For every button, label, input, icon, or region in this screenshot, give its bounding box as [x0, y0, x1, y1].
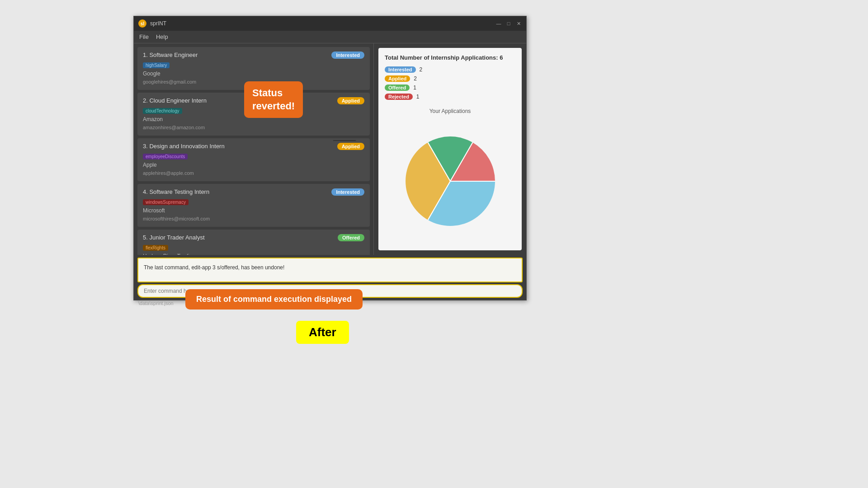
status-badge-2: Applied	[337, 97, 364, 104]
job-header-4: 4. Software Testing Intern Interested	[143, 188, 364, 196]
main-content: 1. Software Engineer Interested highSala…	[134, 43, 526, 255]
stats-card: Total Number of Internship Applications:…	[378, 48, 522, 250]
menu-bar: File Help	[134, 31, 526, 43]
status-badge-4: Interested	[331, 188, 364, 196]
job-tag-1: highSalary	[143, 62, 170, 68]
job-title-4: 4. Software Testing Intern	[143, 188, 209, 195]
job-tag-3: employeeDiscounts	[143, 154, 188, 160]
chart-title: Your Applications	[385, 108, 515, 114]
status-reverted-tooltip: Statusreverted!	[244, 81, 303, 118]
tooltip-arrow-line	[333, 140, 356, 141]
status-badge-1: Interested	[331, 52, 364, 59]
job-card-5[interactable]: 5. Junior Trader Analyst Offered flexRig…	[137, 230, 370, 255]
status-badge-5: Offered	[338, 234, 364, 241]
status-badge-3: Applied	[337, 143, 364, 150]
desktop: sI sprINT — □ ✕ File Help 1. Software En…	[0, 0, 868, 488]
title-bar-left: sI sprINT	[138, 19, 166, 28]
legend-count-applied: 2	[414, 75, 417, 82]
job-tag-2: cloudTechnology	[143, 108, 182, 114]
maximize-button[interactable]: □	[505, 20, 512, 27]
job-title-3: 3. Design and Innovation Intern	[143, 143, 225, 150]
job-company-4: Microsoft	[143, 207, 165, 214]
job-title-2: 2. Cloud Engineer Intern	[143, 97, 207, 104]
output-text: The last command, edit-app 3 s/offered, …	[144, 264, 284, 271]
job-tag-4: windowsSupremacy	[143, 199, 189, 205]
legend-badge-rejected: Rejected	[385, 94, 413, 100]
after-badge: After	[296, 321, 349, 344]
job-company-2: Amazon	[143, 116, 163, 122]
legend-count-interested: 2	[420, 66, 423, 73]
legend-interested: Interested 2	[385, 66, 515, 73]
result-tooltip: Result of command execution displayed	[185, 289, 363, 310]
title-bar: sI sprINT — □ ✕	[134, 16, 526, 31]
window-title: sprINT	[150, 20, 166, 27]
stats-panel: Total Number of Internship Applications:…	[373, 43, 526, 255]
job-company-3: Apple	[143, 162, 157, 168]
legend-applied: Applied 2	[385, 75, 515, 82]
menu-help[interactable]: Help	[156, 33, 168, 40]
stats-title: Total Number of Internship Applications:…	[385, 54, 515, 61]
output-area: The last command, edit-app 3 s/offered, …	[137, 258, 523, 282]
legend-badge-interested: Interested	[385, 66, 416, 73]
job-email-4: microsofthires@microsoft.com	[143, 216, 210, 221]
close-button[interactable]: ✕	[515, 20, 522, 27]
job-tag-5: flexRights	[143, 245, 168, 251]
job-card-3[interactable]: 3. Design and Innovation Intern Applied …	[137, 138, 370, 181]
job-title-1: 1. Software Engineer	[143, 52, 198, 58]
job-email-1: googlehires@gmail.com	[143, 79, 196, 84]
app-icon: sI	[138, 19, 146, 28]
minimize-button[interactable]: —	[495, 20, 502, 27]
job-header-3: 3. Design and Innovation Intern Applied	[143, 143, 364, 150]
legend-count-offered: 1	[413, 84, 416, 91]
menu-file[interactable]: File	[139, 33, 149, 40]
pie-chart-container	[385, 118, 515, 244]
job-company-1: Google	[143, 70, 160, 77]
job-email-3: applehires@apple.com	[143, 170, 194, 176]
job-header-5: 5. Junior Trader Analyst Offered	[143, 234, 364, 241]
main-window: sI sprINT — □ ✕ File Help 1. Software En…	[133, 16, 527, 300]
jobs-panel: 1. Software Engineer Interested highSala…	[134, 43, 373, 255]
pie-chart	[401, 131, 500, 231]
window-controls: — □ ✕	[495, 20, 522, 27]
job-header-1: 1. Software Engineer Interested	[143, 52, 364, 59]
job-card-4[interactable]: 4. Software Testing Intern Interested wi…	[137, 184, 370, 227]
legend-offered: Offered 1	[385, 84, 515, 91]
job-title-5: 5. Junior Trader Analyst	[143, 234, 205, 241]
job-email-2: amazonhires@amazon.com	[143, 125, 205, 130]
legend-badge-applied: Applied	[385, 75, 410, 82]
stats-legend: Interested 2 Applied 2 Offered 1 Rejec	[385, 66, 515, 100]
legend-badge-offered: Offered	[385, 84, 410, 91]
legend-rejected: Rejected 1	[385, 94, 515, 100]
legend-count-rejected: 1	[416, 94, 420, 100]
